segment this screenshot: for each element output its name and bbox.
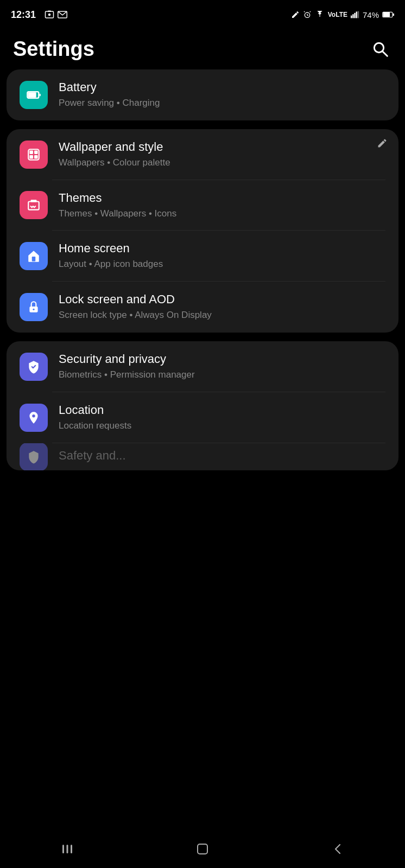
status-bar: 12:31 — [0, 0, 405, 27]
homescreen-item-text: Home screen Layout • App icon badges — [59, 241, 385, 271]
signal-icon — [351, 11, 359, 18]
svg-rect-29 — [32, 257, 36, 261]
themes-item-subtitle: Themes • Wallpapers • Icons — [59, 207, 385, 220]
svg-rect-2 — [48, 11, 51, 12]
battery-icon — [382, 11, 394, 18]
status-time: 12:31 — [11, 9, 36, 21]
mail-icon — [58, 11, 67, 18]
svg-rect-16 — [393, 14, 394, 16]
home-button[interactable] — [181, 835, 224, 863]
svg-rect-13 — [358, 11, 359, 18]
homescreen-item[interactable]: Home screen Layout • App icon badges — [7, 231, 398, 282]
battery-item[interactable]: Battery Power saving • Charging — [7, 69, 398, 120]
lockscreen-item[interactable]: Lock screen and AOD Screen lock type • A… — [7, 282, 398, 333]
svg-rect-28 — [31, 200, 37, 202]
svg-rect-11 — [354, 13, 355, 18]
wallpaper-item-icon — [20, 141, 48, 169]
security-item-title: Security and privacy — [59, 352, 385, 366]
wallpaper-item-title: Wallpaper and style — [59, 140, 385, 154]
svg-point-32 — [32, 414, 35, 417]
themes-item[interactable]: Themes Themes • Wallpapers • Icons — [7, 180, 398, 231]
location-item-text: Location Location requests — [59, 403, 385, 432]
status-time-area: 12:31 — [11, 9, 67, 21]
homescreen-item-title: Home screen — [59, 241, 385, 256]
homescreen-item-subtitle: Layout • App icon badges — [59, 258, 385, 271]
personalization-card: Wallpaper and style Wallpapers • Colour … — [7, 129, 398, 333]
svg-point-31 — [33, 309, 34, 310]
svg-rect-10 — [352, 14, 353, 18]
svg-rect-9 — [351, 16, 352, 18]
recent-apps-button[interactable] — [46, 835, 89, 863]
location-item-icon — [20, 404, 48, 432]
svg-line-7 — [304, 11, 305, 12]
svg-rect-23 — [29, 150, 33, 154]
safety-item[interactable]: Safety and... — [7, 443, 398, 470]
edit-icon — [291, 10, 300, 19]
svg-rect-26 — [34, 155, 38, 159]
svg-point-1 — [48, 14, 51, 16]
battery-item-subtitle: Power saving • Charging — [59, 97, 385, 110]
security-item-text: Security and privacy Biometrics • Permis… — [59, 352, 385, 381]
alarm-icon — [303, 10, 312, 19]
svg-line-8 — [309, 11, 310, 12]
location-item-subtitle: Location requests — [59, 419, 385, 432]
wifi-icon — [315, 11, 325, 18]
photo-icon — [45, 10, 54, 20]
settings-header: Settings — [0, 27, 405, 69]
back-icon — [330, 841, 345, 857]
themes-item-text: Themes Themes • Wallpapers • Icons — [59, 191, 385, 220]
page-title: Settings — [13, 37, 94, 61]
status-right-icons: VoLTE 74% — [291, 10, 394, 20]
location-item-title: Location — [59, 403, 385, 417]
battery-card: Battery Power saving • Charging — [7, 69, 398, 120]
location-item[interactable]: Location Location requests — [7, 392, 398, 443]
safety-item-text: Safety and... — [59, 449, 385, 465]
svg-rect-12 — [356, 11, 357, 18]
svg-rect-33 — [62, 845, 64, 853]
lockscreen-item-title: Lock screen and AOD — [59, 292, 385, 307]
safety-item-title: Safety and... — [59, 449, 385, 463]
nav-bar — [0, 830, 405, 868]
svg-rect-27 — [28, 202, 39, 210]
svg-line-18 — [383, 52, 388, 56]
svg-rect-15 — [383, 12, 390, 17]
security-item[interactable]: Security and privacy Biometrics • Permis… — [7, 341, 398, 392]
recent-apps-icon — [60, 841, 75, 857]
battery-percent: 74% — [363, 10, 379, 20]
svg-rect-34 — [67, 845, 68, 853]
search-button[interactable] — [368, 37, 392, 61]
battery-item-icon — [20, 81, 48, 109]
security-item-subtitle: Biometrics • Permission manager — [59, 368, 385, 381]
back-button[interactable] — [316, 835, 359, 863]
lockscreen-item-icon — [20, 293, 48, 321]
battery-item-title: Battery — [59, 80, 385, 94]
security-item-icon — [20, 353, 48, 381]
homescreen-item-icon — [20, 242, 48, 270]
svg-rect-25 — [29, 155, 33, 159]
wallpaper-item-subtitle: Wallpapers • Colour palette — [59, 156, 385, 169]
status-left-icons — [45, 10, 67, 20]
lte-indicator: VoLTE — [328, 11, 347, 18]
svg-rect-36 — [198, 844, 207, 854]
themes-item-title: Themes — [59, 191, 385, 205]
battery-item-text: Battery Power saving • Charging — [59, 80, 385, 110]
wallpaper-item[interactable]: Wallpaper and style Wallpapers • Colour … — [7, 129, 398, 180]
safety-item-icon — [20, 443, 48, 470]
themes-item-icon — [20, 191, 48, 219]
search-icon — [371, 40, 389, 58]
svg-rect-24 — [34, 150, 38, 154]
svg-rect-35 — [71, 845, 72, 853]
lockscreen-item-text: Lock screen and AOD Screen lock type • A… — [59, 292, 385, 322]
security-card: Security and privacy Biometrics • Permis… — [7, 341, 398, 470]
wallpaper-item-text: Wallpaper and style Wallpapers • Colour … — [59, 140, 385, 169]
lockscreen-item-subtitle: Screen lock type • Always On Display — [59, 309, 385, 322]
home-icon — [195, 841, 210, 857]
svg-rect-21 — [40, 94, 41, 97]
